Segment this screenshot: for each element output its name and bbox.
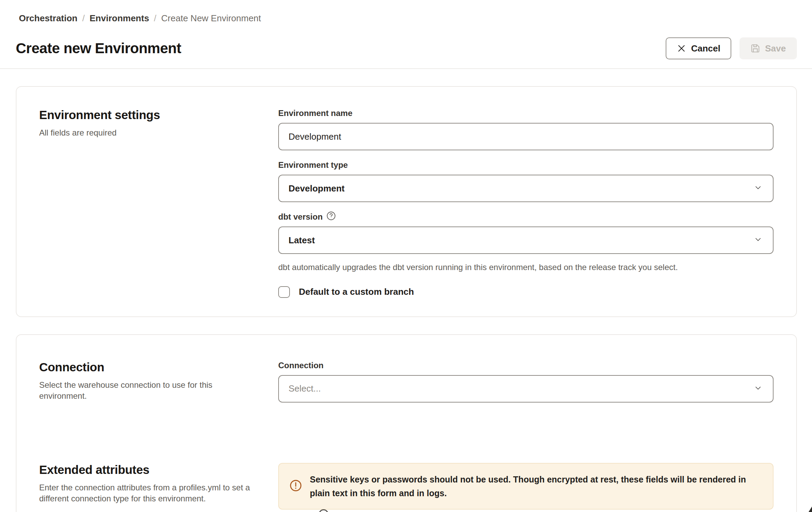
close-icon — [677, 44, 686, 53]
environment-type-value: Development — [289, 183, 345, 194]
environment-settings-subheading: All fields are required — [39, 127, 261, 138]
chevron-down-icon — [754, 183, 763, 194]
custom-branch-row: Default to a custom branch — [278, 286, 774, 298]
extended-attributes-heading: Extended attributes — [39, 463, 261, 477]
connection-intro: Connection Select the warehouse connecti… — [39, 360, 278, 412]
extended-attributes-content: Sensitive keys or passwords should not b… — [278, 463, 774, 510]
chevron-down-icon — [754, 384, 763, 394]
warning-icon — [289, 479, 302, 493]
dbt-version-group: dbt version Latest — [278, 212, 774, 254]
connection-row: Connection Select the warehouse connecti… — [39, 360, 774, 412]
connection-group: Connection Select... — [278, 360, 774, 403]
save-icon — [751, 44, 760, 53]
connection-select[interactable]: Select... — [278, 375, 774, 403]
dbt-version-value: Latest — [289, 235, 315, 246]
header-actions: Cancel Save — [666, 37, 797, 59]
connection-label: Connection — [278, 360, 774, 371]
breadcrumb-separator: / — [82, 13, 85, 24]
create-environment-page: Orchestration / Environments / Create Ne… — [0, 0, 812, 512]
environment-settings-heading: Environment settings — [39, 108, 261, 122]
dbt-version-select[interactable]: Latest — [278, 226, 774, 254]
breadcrumb-separator: / — [154, 13, 156, 24]
environment-type-label: Environment type — [278, 160, 774, 170]
page-header: Create new Environment Cancel — [16, 37, 797, 68]
environment-name-field — [278, 123, 774, 150]
breadcrumb-current-page: Create New Environment — [161, 13, 261, 24]
dbt-version-helper-text: dbt automatically upgrades the dbt versi… — [278, 261, 774, 273]
breadcrumb-environments[interactable]: Environments — [90, 13, 149, 24]
connection-heading: Connection — [39, 360, 261, 374]
extended-attributes-row: Extended attributes Enter the connection… — [39, 463, 774, 510]
breadcrumb: Orchestration / Environments / Create Ne… — [19, 13, 797, 24]
environment-type-group: Environment type Development — [278, 160, 774, 202]
connection-card: Connection Select the warehouse connecti… — [16, 334, 797, 512]
environment-type-select[interactable]: Development — [278, 175, 774, 202]
header-divider — [0, 68, 812, 69]
cancel-button-label: Cancel — [691, 43, 720, 54]
save-button[interactable]: Save — [740, 37, 797, 59]
breadcrumb-orchestration[interactable]: Orchestration — [19, 13, 78, 24]
environment-settings-form: Environment name Environment type Develo… — [278, 108, 774, 298]
cancel-button[interactable]: Cancel — [666, 37, 731, 59]
chevron-down-icon — [754, 235, 763, 245]
sensitive-keys-warning-banner: Sensitive keys or passwords should not b… — [278, 463, 774, 510]
help-icon[interactable] — [326, 211, 336, 223]
page-title: Create new Environment — [16, 40, 181, 57]
extended-attributes-subheading: Enter the connection attributes from a p… — [39, 482, 259, 504]
dbt-version-label: dbt version — [278, 212, 323, 222]
extended-attributes-intro: Extended attributes Enter the connection… — [39, 463, 278, 510]
custom-branch-checkbox[interactable] — [278, 286, 290, 298]
environment-name-group: Environment name — [278, 108, 774, 150]
warning-text: Sensitive keys or passwords should not b… — [310, 473, 763, 500]
connection-subheading: Select the warehouse connection to use f… — [39, 380, 227, 402]
connection-form: Connection Select... — [278, 360, 774, 412]
environment-name-input[interactable] — [289, 131, 752, 142]
connection-placeholder: Select... — [289, 383, 321, 394]
custom-branch-label: Default to a custom branch — [299, 287, 414, 297]
save-button-label: Save — [765, 43, 786, 54]
environment-settings-intro: Environment settings All fields are requ… — [39, 108, 278, 298]
environment-name-label: Environment name — [278, 108, 774, 118]
environment-settings-card: Environment settings All fields are requ… — [16, 86, 797, 317]
